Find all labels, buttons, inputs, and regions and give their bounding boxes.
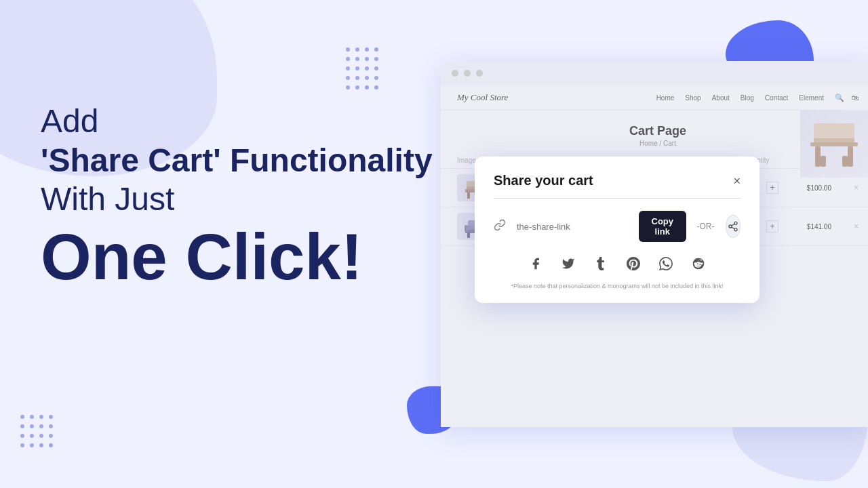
social-icons-row [494,253,741,274]
browser-dot-yellow [464,70,471,77]
svg-point-19 [729,225,732,228]
share-link-row: Copy link -OR- [494,211,741,242]
browser-mockup: My Cool Store Home Shop About Blog Conta… [441,61,868,427]
browser-content: My Cool Store Home Shop About Blog Conta… [441,85,868,427]
browser-dot-red [452,70,458,77]
whatsapp-share-button[interactable] [655,253,677,274]
or-divider: -OR- [697,222,715,231]
dots-top-decoration [346,47,378,89]
share-cart-modal: Share your cart × Copy link -OR- [475,157,760,303]
copy-link-button[interactable]: Copy link [639,211,686,242]
headline-line4: One Click! [41,224,433,289]
modal-header: Share your cart × [494,173,741,188]
twitter-share-button[interactable] [557,253,579,274]
reddit-share-button[interactable] [688,253,709,274]
headline-line2: 'Share Cart' Functionality [41,141,433,180]
svg-line-21 [731,227,734,229]
browser-dot-green [476,70,483,77]
share-link-input[interactable] [514,218,633,236]
svg-line-22 [731,224,734,226]
left-content: Add 'Share Cart' Functionality With Just… [41,102,433,289]
link-icon [494,219,506,234]
browser-bar [441,61,868,85]
modal-title: Share your cart [494,173,593,188]
svg-point-18 [734,222,737,224]
headline-line3: With Just [41,180,433,219]
facebook-share-button[interactable] [525,253,547,274]
modal-divider [494,198,741,199]
modal-note: *Please note that personalization & mono… [494,283,741,289]
tumblr-share-button[interactable] [590,253,612,274]
headline-line1: Add [41,102,433,141]
modal-close-button[interactable]: × [733,175,741,187]
pinterest-share-button[interactable] [623,253,644,274]
svg-point-20 [734,228,737,231]
dots-bottom-decoration [20,415,53,447]
share-options-button[interactable] [726,215,741,238]
